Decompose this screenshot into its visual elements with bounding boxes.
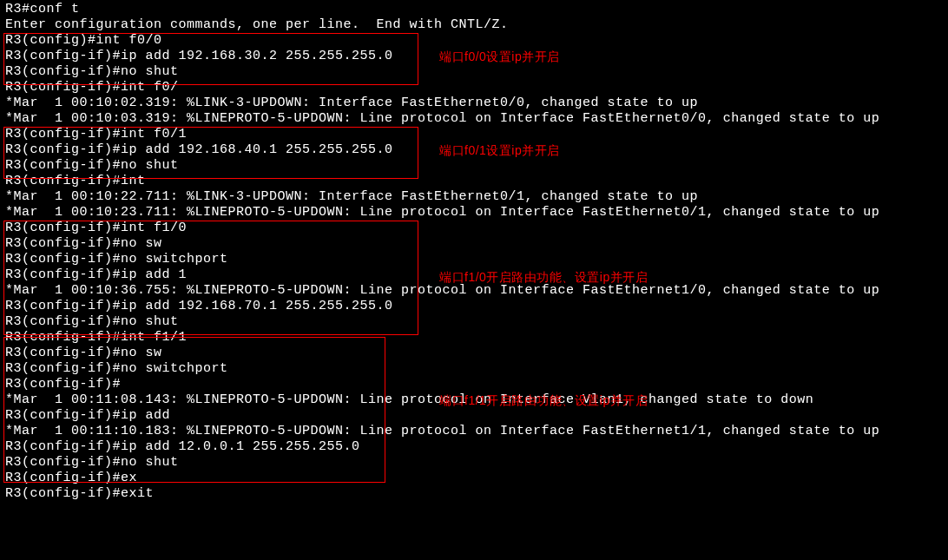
terminal-line: R3(config-if)#ip add 1	[5, 267, 943, 283]
terminal-line: Enter configuration commands, one per li…	[5, 17, 943, 33]
terminal-line: R3(config-if)#no switchport	[5, 252, 943, 267]
terminal-line: R3(config-if)#no sw	[5, 236, 943, 252]
terminal-output[interactable]: R3#conf t Enter configuration commands, …	[0, 0, 948, 504]
terminal-line: *Mar 1 00:10:02.319: %LINK-3-UPDOWN: Int…	[5, 96, 943, 111]
terminal-line: R3(config-if)#ip add	[5, 408, 943, 424]
terminal-line: R3(config-if)#ip add 12.0.0.1 255.255.25…	[5, 439, 943, 455]
terminal-line: *Mar 1 00:10:36.755: %LINEPROTO-5-UPDOWN…	[5, 283, 943, 299]
terminal-line: R3(config-if)#no switchport	[5, 361, 943, 377]
terminal-line: *Mar 1 00:11:08.143: %LINEPROTO-5-UPDOWN…	[5, 392, 943, 408]
terminal-line: R3(config-if)#no shut	[5, 314, 943, 330]
terminal-line: R3(config-if)#no sw	[5, 346, 943, 361]
terminal-line: *Mar 1 00:11:10.183: %LINEPROTO-5-UPDOWN…	[5, 424, 943, 439]
terminal-line: R3(config-if)#no shut	[5, 455, 943, 471]
terminal-line: R3(config-if)#ip add 192.168.70.1 255.25…	[5, 299, 943, 314]
terminal-line: R3(config-if)#int f0/	[5, 80, 943, 96]
terminal-line: R3(config-if)#int f1/0	[5, 221, 943, 236]
terminal-line: R3(config-if)#ip add 192.168.40.1 255.25…	[5, 142, 943, 158]
terminal-line: *Mar 1 00:10:03.319: %LINEPROTO-5-UPDOWN…	[5, 111, 943, 127]
terminal-line: R3(config-if)#ex	[5, 471, 943, 486]
terminal-line: R3(config-if)#exit	[5, 486, 943, 502]
terminal-line: R3(config-if)#int f0/1	[5, 127, 943, 142]
terminal-line: *Mar 1 00:10:22.711: %LINK-3-UPDOWN: Int…	[5, 189, 943, 205]
terminal-line: *Mar 1 00:10:23.711: %LINEPROTO-5-UPDOWN…	[5, 205, 943, 221]
terminal-line: R3(config-if)#ip add 192.168.30.2 255.25…	[5, 49, 943, 64]
terminal-line: R3#conf t	[5, 2, 943, 17]
terminal-line: R3(config-if)#no shut	[5, 158, 943, 174]
terminal-line: R3(config-if)#int f1/1	[5, 330, 943, 346]
terminal-line: R3(config)#int f0/0	[5, 33, 943, 49]
terminal-line: R3(config-if)#no shut	[5, 64, 943, 80]
terminal-line: R3(config-if)#	[5, 377, 943, 392]
terminal-line: R3(config-if)#int	[5, 174, 943, 189]
